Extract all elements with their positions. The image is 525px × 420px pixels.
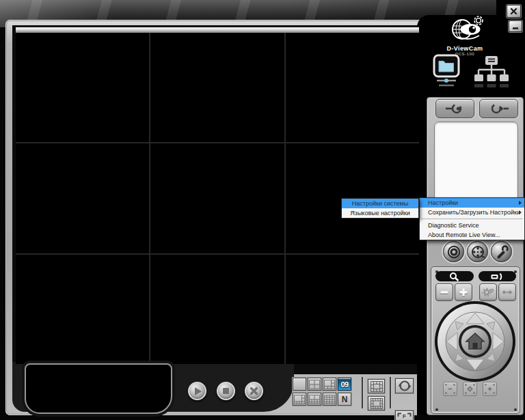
video-cell[interactable] (150, 255, 284, 364)
fullscreen-button[interactable]: F (395, 410, 414, 420)
layout-16-button[interactable] (323, 393, 336, 406)
ptz-wheel[interactable] (433, 299, 517, 387)
record-folder-icon (431, 53, 462, 89)
submenu-item-language-settings[interactable]: Языковые настройки (342, 208, 418, 218)
layout-9-button-selected[interactable]: 09 (338, 378, 351, 391)
preset-plus-icon (484, 383, 496, 395)
play-icon (195, 387, 202, 395)
video-cell[interactable] (150, 143, 284, 253)
layout-8-button[interactable] (293, 393, 306, 406)
preset-go-button[interactable] (463, 382, 477, 396)
separator (390, 377, 391, 408)
focus-far-icon (500, 285, 515, 300)
dviewcam-logo-icon (429, 15, 500, 42)
minus-icon (438, 286, 450, 298)
layout-n-button[interactable]: N (338, 393, 351, 406)
layout-10-icon (309, 395, 320, 404)
local-record-button[interactable] (431, 53, 462, 92)
stop-button[interactable] (217, 382, 235, 400)
preset-goto-icon (464, 383, 476, 395)
menu-item-about[interactable]: About Remote Live View... (420, 230, 524, 240)
preset-minus-icon (444, 383, 456, 395)
layout-4-button[interactable] (308, 378, 321, 391)
close-all-icon (250, 387, 258, 395)
layout-1p16-button[interactable] (368, 396, 385, 410)
sequence-icon (396, 379, 413, 393)
screw-icon (435, 408, 438, 411)
video-cell[interactable] (16, 33, 149, 142)
video-cell[interactable] (286, 33, 419, 142)
layout-8-icon (294, 395, 305, 404)
setup-wrench-icon (494, 244, 509, 260)
submenu-arrow-icon (519, 210, 522, 214)
minimize-button[interactable] (509, 20, 522, 32)
video-cell[interactable] (150, 33, 284, 142)
screw-icon (514, 408, 517, 411)
layout-1p16-icon (371, 398, 383, 409)
play-button[interactable] (188, 382, 206, 400)
sequence-button[interactable] (395, 378, 414, 393)
separator (362, 377, 363, 408)
preset-remove-button[interactable] (443, 382, 457, 396)
connect-icon (444, 102, 467, 115)
fullscreen-letter: F (396, 413, 413, 419)
menu-item-settings[interactable]: Настройки (420, 198, 524, 208)
layout-6-button[interactable] (323, 378, 336, 391)
setup-button[interactable] (491, 241, 512, 262)
focus-section-header (479, 271, 516, 281)
site-tree-button[interactable] (472, 55, 510, 92)
layout-4-icon (309, 380, 320, 389)
network-tree-icon (472, 55, 510, 89)
submenu-item-system-settings[interactable]: Настройки системы (342, 199, 418, 208)
disconnect-icon (487, 102, 511, 115)
close-all-button[interactable] (245, 382, 263, 400)
close-button[interactable] (507, 5, 521, 18)
layout-16-icon (324, 395, 335, 404)
remote-live-view-window: 09 N (0, 0, 525, 420)
layout-10-button[interactable] (308, 393, 321, 406)
menu-item-save-load-settings[interactable]: Сохранить/Загрузить Настройки (420, 208, 524, 217)
live-view-icon (446, 244, 461, 260)
layout-1p12-icon (371, 381, 383, 392)
stop-icon (223, 388, 229, 394)
brand-name: D-ViewCam (429, 45, 500, 52)
minimize-icon (511, 23, 520, 30)
zoom-section-header (435, 271, 474, 281)
zoom-magnifier-icon (448, 272, 461, 281)
connect-button[interactable] (435, 99, 474, 118)
menu-separator (421, 219, 523, 219)
status-display (25, 363, 172, 414)
settings-submenu: Настройки системы Языковые настройки (341, 198, 419, 219)
close-icon (510, 8, 517, 15)
layout-1p12-button[interactable] (368, 379, 385, 393)
video-cell[interactable] (16, 143, 149, 253)
playback-reel-icon (470, 244, 485, 260)
auto-focus-icon (481, 285, 496, 300)
focus-icon (490, 272, 505, 281)
context-menu: Настройки Сохранить/Загрузить Настройки … (419, 197, 525, 240)
preset-add-button[interactable] (483, 382, 497, 396)
submenu-arrow-icon (519, 201, 522, 205)
playback-button[interactable] (467, 241, 488, 262)
disconnect-button[interactable] (479, 99, 518, 118)
layout-6-icon (324, 380, 335, 389)
app-logo: D-ViewCam DCS-100 (429, 15, 500, 56)
menu-item-diagnostic-service[interactable]: Diagnostic Service (420, 221, 524, 230)
layout-1-button[interactable] (293, 378, 306, 391)
plus-icon (457, 286, 470, 298)
video-cell[interactable] (286, 255, 419, 364)
video-top-highlight (16, 27, 419, 33)
video-cell[interactable] (16, 255, 149, 364)
live-view-button[interactable] (443, 241, 464, 262)
